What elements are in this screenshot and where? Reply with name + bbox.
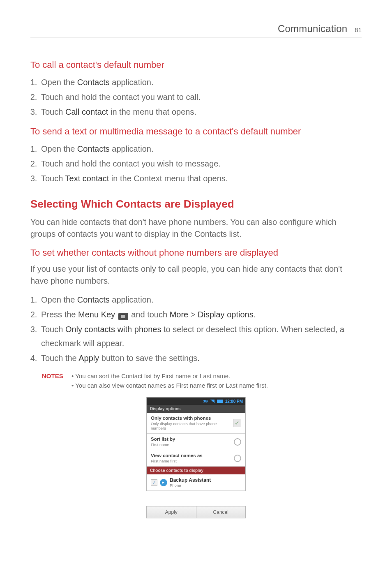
step: Touch the Apply button to save the setti… — [39, 351, 362, 365]
battery-icon — [217, 400, 223, 403]
text: Open the — [41, 144, 77, 153]
option-sub: First name — [151, 442, 231, 447]
bold-text: Display options — [198, 310, 254, 319]
account-sub: Phone — [170, 483, 241, 488]
option-texts: Only contacts with phones Only display c… — [151, 416, 230, 430]
option-sub: Only display contacts that have phone nu… — [151, 421, 230, 430]
bold-text: Contacts — [77, 295, 110, 304]
heading-selecting-contacts: Selecting Which Contacts are Displayed — [30, 198, 362, 210]
option-title: Sort list by — [151, 437, 231, 441]
text: Touch — [41, 325, 65, 334]
heading-text-default: To send a text or multimedia message to … — [30, 126, 362, 137]
text: in the menu that opens. — [108, 107, 196, 116]
screenshot-figure: 3G 12:00 PM Display options Only contact… — [30, 397, 362, 518]
choose-contacts-header: Choose contacts to display — [147, 467, 245, 474]
bold-text: More — [170, 310, 189, 319]
step: Press the Menu Key and touch More > Disp… — [39, 307, 362, 321]
text: . — [254, 310, 256, 319]
text: in the Context menu that opens. — [109, 174, 228, 183]
checkbox-icon[interactable]: ✓ — [151, 479, 157, 486]
bullet-icon: • — [71, 372, 75, 379]
page: Communication 81 To call a contact's def… — [0, 0, 392, 564]
text: Touch and hold the contact you want to c… — [41, 92, 201, 102]
step: Touch Call contact in the menu that open… — [39, 105, 362, 119]
text: Touch and hold the contact you wish to m… — [41, 159, 221, 168]
status-bar: 3G 12:00 PM — [147, 398, 245, 405]
notes-label: NOTES — [42, 372, 65, 391]
radio-icon[interactable] — [234, 455, 241, 462]
display-options-header: Display options — [147, 405, 245, 413]
menu-key-icon — [118, 313, 128, 320]
apply-button[interactable]: Apply — [147, 506, 196, 518]
text: Press the — [41, 310, 78, 319]
option-title: View contact names as — [151, 453, 231, 458]
note-text: You can sort the Contact list by First n… — [75, 372, 230, 379]
threeg-icon: 3G — [203, 399, 208, 403]
text: button to save the settings. — [99, 354, 200, 363]
bold-text: Call contact — [65, 107, 108, 116]
steps-text-default: Open the Contacts application. Touch and… — [30, 142, 362, 185]
steps-set-display: Open the Contacts application. Press the… — [30, 293, 362, 365]
text: and touch — [131, 310, 169, 319]
text: application. — [110, 144, 154, 153]
bold-text: Text contact — [65, 174, 109, 183]
account-backup-assistant[interactable]: ✓ Backup Assistant Phone — [147, 474, 245, 491]
text: Touch — [41, 174, 65, 183]
notes-block: NOTES • You can sort the Contact list by… — [42, 372, 362, 391]
para-selecting-contacts: You can hide contacts that don't have ph… — [30, 216, 362, 240]
bold-text: Menu Key — [78, 310, 115, 319]
step: Touch Only contacts with phones to selec… — [39, 322, 362, 350]
bold-text: Contacts — [77, 78, 110, 87]
step: Touch Text contact in the Context menu t… — [39, 171, 362, 185]
step: Open the Contacts application. — [39, 75, 362, 89]
account-title: Backup Assistant — [170, 477, 241, 483]
text: application. — [110, 78, 154, 87]
page-number: 81 — [355, 26, 362, 33]
note-item: • You can also view contact names as Fir… — [71, 382, 362, 389]
heading-call-default: To call a contact's default number — [30, 60, 362, 70]
heading-set-display: To set whether contacts without phone nu… — [30, 247, 362, 258]
cancel-button[interactable]: Cancel — [196, 506, 246, 518]
bold-text: Only contacts with phones — [65, 325, 161, 334]
step: Touch and hold the contact you want to c… — [39, 90, 362, 104]
text: Touch — [41, 107, 65, 116]
button-bar: Apply Cancel — [146, 506, 246, 518]
note-text: You can also view contact names as First… — [75, 382, 268, 389]
text: > — [188, 310, 198, 319]
option-title: Only contacts with phones — [151, 416, 230, 421]
option-sort-list-by[interactable]: Sort list by First name — [147, 434, 245, 450]
bold-text: Apply — [78, 354, 99, 363]
text: Open the — [41, 295, 77, 304]
notes-body: • You can sort the Contact list by First… — [71, 372, 362, 391]
account-texts: Backup Assistant Phone — [170, 477, 241, 488]
checkbox-icon[interactable]: ✓ — [233, 419, 241, 427]
step: Open the Contacts application. — [39, 142, 362, 156]
step: Open the Contacts application. — [39, 293, 362, 307]
option-texts: Sort list by First name — [151, 437, 231, 447]
header-title: Communication — [278, 23, 347, 35]
bullet-icon: • — [71, 382, 75, 389]
steps-call-default: Open the Contacts application. Touch and… — [30, 75, 362, 119]
note-item: • You can sort the Contact list by First… — [71, 372, 362, 379]
expand-arrow-icon[interactable] — [160, 479, 167, 486]
option-view-names-as[interactable]: View contact names as First name first — [147, 450, 245, 467]
text: Touch the — [41, 354, 78, 363]
step: Touch and hold the contact you wish to m… — [39, 157, 362, 171]
status-time: 12:00 PM — [225, 399, 243, 404]
signal-icon — [210, 400, 214, 403]
option-sub: First name first — [151, 459, 231, 463]
para-set-display: If you use your list of contacts only to… — [30, 263, 362, 287]
option-only-contacts-phones[interactable]: Only contacts with phones Only display c… — [147, 413, 245, 434]
page-header: Communication 81 — [30, 23, 362, 37]
phone-screen: 3G 12:00 PM Display options Only contact… — [146, 397, 246, 491]
text: Open the — [41, 78, 77, 87]
option-texts: View contact names as First name first — [151, 453, 231, 463]
radio-icon[interactable] — [234, 438, 241, 446]
text: application. — [110, 295, 154, 304]
bold-text: Contacts — [77, 144, 110, 153]
